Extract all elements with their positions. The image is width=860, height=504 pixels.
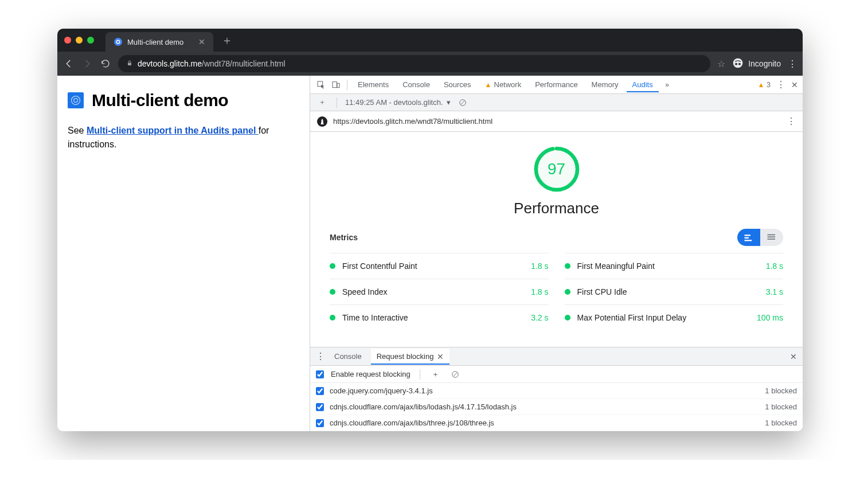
inspect-element-button[interactable] — [315, 79, 327, 91]
tab-console[interactable]: Console — [397, 77, 436, 92]
divider — [337, 97, 337, 108]
tab-elements[interactable]: Elements — [352, 77, 394, 92]
url-domain: devtools.glitch.me — [138, 59, 202, 68]
blocked-count: 1 blocked — [765, 419, 797, 427]
url-path: /wndt78/multiclient.html — [202, 59, 286, 68]
bookmark-star-icon[interactable]: ☆ — [717, 58, 725, 69]
gauge-label: Performance — [310, 200, 803, 217]
status-dot-icon — [565, 263, 570, 269]
devtools-logo-icon — [68, 92, 84, 108]
more-tabs-button[interactable]: » — [661, 79, 674, 91]
tab-memory[interactable]: Memory — [586, 77, 624, 92]
incognito-label: Incognito — [748, 59, 781, 68]
metric-row: Time to Interactive3.2 s — [330, 304, 549, 330]
metrics-title: Metrics — [330, 233, 358, 242]
metric-value: 1.8 s — [531, 261, 548, 271]
tab-performance[interactable]: Performance — [529, 77, 583, 92]
browser-toolbar: devtools.glitch.me/wndt78/multiclient.ht… — [57, 52, 803, 76]
incognito-indicator: Incognito — [732, 57, 781, 71]
new-tab-button[interactable]: ＋ — [221, 33, 233, 48]
gauge-score: 97 — [533, 146, 580, 193]
blocking-pattern-row[interactable]: code.jquery.com/jquery-3.4.1.js 1 blocke… — [310, 383, 803, 399]
browser-window: Multi-client demo ✕ ＋ devtools.glitch.me… — [57, 29, 803, 431]
blocked-count: 1 blocked — [765, 403, 797, 411]
audit-url-bar: https://devtools.glitch.me/wndt78/multic… — [310, 111, 803, 132]
metric-label: Max Potential First Input Delay — [577, 313, 750, 322]
metric-value: 3.1 s — [766, 287, 783, 296]
window-controls — [64, 37, 94, 44]
svg-line-13 — [460, 100, 464, 104]
svg-point-2 — [117, 41, 119, 43]
instructions-link[interactable]: Multi-client support in the Audits panel — [87, 126, 259, 135]
content-area: Multi-client demo See Multi-client suppo… — [57, 76, 803, 431]
audit-report: 97 Performance Metrics First Contentful … — [310, 132, 803, 347]
titlebar: Multi-client demo ✕ ＋ — [57, 29, 803, 52]
drawer-tab-console[interactable]: Console — [329, 349, 368, 364]
metric-row: First Contentful Paint1.8 s — [330, 253, 549, 279]
pattern-checkbox[interactable] — [316, 387, 324, 395]
address-bar[interactable]: devtools.glitch.me/wndt78/multiclient.ht… — [118, 55, 710, 72]
svg-point-8 — [74, 99, 78, 103]
tab-network[interactable]: ▲Network — [479, 77, 527, 92]
clear-audit-button[interactable] — [456, 96, 469, 109]
status-dot-icon — [330, 289, 335, 295]
remove-all-patterns-button[interactable] — [449, 368, 462, 381]
close-devtools-button[interactable]: ✕ — [791, 80, 798, 89]
pattern-checkbox[interactable] — [316, 419, 324, 427]
warning-icon: ▲ — [757, 81, 764, 89]
expanded-view-button[interactable] — [760, 229, 783, 246]
page-body: See Multi-client support in the Audits p… — [68, 124, 299, 151]
back-button[interactable] — [63, 58, 75, 69]
compact-view-button[interactable] — [737, 229, 760, 246]
svg-point-4 — [733, 58, 743, 68]
reload-button[interactable] — [100, 58, 111, 69]
drawer-tab-label: Request blocking — [377, 352, 434, 361]
warning-count[interactable]: 3 — [767, 81, 771, 89]
metric-row: Speed Index1.8 s — [330, 279, 549, 304]
add-pattern-button[interactable]: ＋ — [429, 368, 442, 381]
browser-tab[interactable]: Multi-client demo ✕ — [105, 32, 213, 52]
status-dot-icon — [330, 315, 335, 321]
devtools-panel: Elements Console Sources ▲Network Perfor… — [310, 76, 803, 431]
svg-point-5 — [735, 62, 737, 65]
blocked-count: 1 blocked — [765, 386, 797, 395]
forward-button[interactable] — [81, 58, 93, 69]
metric-label: Speed Index — [342, 287, 524, 296]
svg-point-7 — [72, 96, 80, 105]
devtools-drawer: ⋮ Console Request blocking ✕ ✕ Enable re… — [310, 347, 803, 431]
metrics-view-toggle — [737, 229, 783, 246]
metrics-section: Metrics First Contentful Paint1.8 s Firs… — [310, 223, 803, 342]
metric-label: First CPU Idle — [577, 287, 759, 296]
lighthouse-icon — [317, 116, 327, 127]
metric-value: 100 ms — [757, 313, 783, 322]
browser-menu-button[interactable]: ⋮ — [788, 58, 797, 69]
close-tab-icon[interactable]: ✕ — [198, 37, 205, 46]
blocking-pattern-row[interactable]: cdnjs.cloudflare.com/ajax/libs/three.js/… — [310, 415, 803, 431]
metric-row: First Meaningful Paint1.8 s — [565, 253, 784, 279]
maximize-window-button[interactable] — [87, 37, 94, 44]
blocking-pattern-row[interactable]: cdnjs.cloudflare.com/ajax/libs/lodash.js… — [310, 399, 803, 415]
audit-run-selector[interactable]: 11:49:25 AM - devtools.glitch. ▾ — [345, 98, 451, 107]
device-toolbar-button[interactable] — [330, 79, 342, 91]
audit-report-menu[interactable]: ⋮ — [787, 116, 796, 127]
divider — [347, 80, 347, 90]
divider — [420, 369, 420, 380]
devtools-settings-button[interactable]: ⋮ — [776, 79, 785, 90]
metric-label: First Contentful Paint — [342, 261, 524, 271]
performance-gauge: 97 Performance — [310, 132, 803, 223]
close-drawer-button[interactable]: ✕ — [790, 352, 797, 361]
rendered-page: Multi-client demo See Multi-client suppo… — [57, 76, 310, 431]
drawer-tab-request-blocking[interactable]: Request blocking ✕ — [371, 349, 450, 365]
minimize-window-button[interactable] — [76, 37, 83, 44]
new-audit-button[interactable]: ＋ — [316, 96, 329, 109]
enable-blocking-label: Enable request blocking — [331, 370, 411, 378]
tab-audits[interactable]: Audits — [627, 77, 659, 92]
drawer-menu-button[interactable]: ⋮ — [316, 351, 325, 362]
pattern-checkbox[interactable] — [316, 403, 324, 411]
tab-sources[interactable]: Sources — [438, 77, 477, 92]
metric-value: 3.2 s — [531, 313, 548, 322]
close-window-button[interactable] — [64, 37, 71, 44]
enable-blocking-checkbox[interactable] — [316, 370, 324, 378]
page-body-pre: See — [68, 126, 87, 135]
close-drawer-tab-icon[interactable]: ✕ — [437, 352, 444, 361]
